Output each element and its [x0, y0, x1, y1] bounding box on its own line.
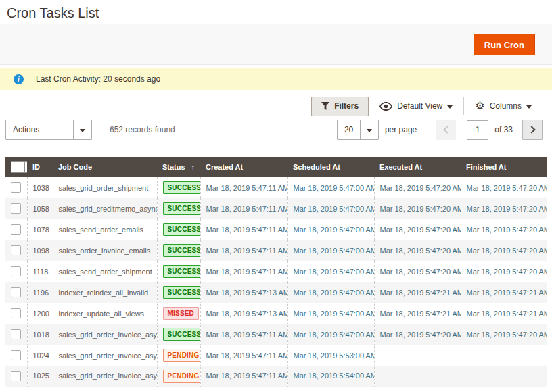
cell-created-at: Mar 18, 2019 5:47:11 AM	[200, 366, 288, 387]
cell-scheduled-at: Mar 18, 2019 5:47:00 AM	[288, 303, 374, 324]
records-count: 652 records found	[110, 125, 175, 134]
cell-scheduled-at: Mar 18, 2019 5:47:00 AM	[288, 261, 374, 282]
cell-job-code: sales_send_order_emails	[53, 219, 157, 240]
cell-status: SUCCESS	[157, 198, 200, 219]
cell-status: SUCCESS	[157, 240, 200, 261]
select-all-caret[interactable]	[24, 162, 27, 172]
row-checkbox-cell	[5, 219, 27, 240]
column-header-finished-at[interactable]: Finished At	[461, 157, 547, 177]
cron-tasks-table: ID Job Code Status ↑ Created At Schedule…	[5, 157, 547, 387]
cell-created-at: Mar 18, 2019 5:47:11 AM	[200, 177, 288, 198]
page-number-input[interactable]	[467, 120, 488, 140]
cell-scheduled-at: Mar 18, 2019 5:47:00 AM	[288, 282, 374, 303]
column-header-id[interactable]: ID	[27, 157, 53, 177]
status-badge: SUCCESS	[163, 202, 201, 215]
per-page-select[interactable]: 20	[337, 120, 379, 140]
cell-status: PENDING	[157, 345, 200, 366]
status-badge: PENDING	[163, 370, 201, 383]
row-checkbox[interactable]	[11, 245, 21, 255]
per-page-label: per page	[385, 125, 417, 134]
status-badge: MISSED	[163, 307, 200, 320]
cell-job-code: indexer_reindex_all_invalid	[53, 282, 157, 303]
chevron-down-icon	[526, 105, 532, 109]
cell-id: 1078	[27, 219, 53, 240]
chevron-down-icon	[80, 129, 85, 132]
cell-job-code: sales_grid_order_invoice_async	[53, 345, 157, 366]
row-checkbox-cell	[5, 303, 27, 324]
default-view-dropdown[interactable]: Default View	[369, 101, 463, 111]
cell-job-code: sales_grid_creditmemo_async	[53, 198, 157, 219]
cell-created-at: Mar 18, 2019 5:47:11 AM	[200, 261, 288, 282]
select-all-checkbox[interactable]	[12, 162, 24, 172]
column-header-executed-at[interactable]: Executed At	[374, 157, 461, 177]
row-checkbox-cell	[5, 282, 27, 303]
cell-executed-at	[374, 366, 461, 387]
cell-finished-at: Mar 18, 2019 5:47:20 AM	[461, 324, 547, 345]
table-header: ID Job Code Status ↑ Created At Schedule…	[5, 157, 547, 177]
row-checkbox[interactable]	[11, 266, 21, 276]
table-row: 1024 sales_grid_order_invoice_async PEND…	[5, 345, 547, 366]
row-checkbox[interactable]	[11, 350, 21, 360]
row-checkbox[interactable]	[11, 287, 21, 297]
table-body: 1038 sales_grid_order_shipment SUCCESS M…	[5, 177, 547, 387]
notice-text: Last Cron Activity: 20 seconds ago	[36, 74, 160, 84]
filters-button[interactable]: Filters	[311, 97, 369, 116]
cell-id: 1196	[27, 282, 53, 303]
per-page-value: 20	[338, 120, 360, 139]
cell-created-at: Mar 18, 2019 5:47:13 AM	[200, 282, 288, 303]
cell-status: SUCCESS	[157, 261, 200, 282]
filters-label: Filters	[334, 101, 359, 111]
table-row: 1098 sales_order_invoice_emails SUCCESS …	[5, 240, 547, 261]
actions-select[interactable]: Actions	[5, 120, 92, 140]
columns-label: Columns	[490, 101, 522, 111]
next-page-button[interactable]	[522, 120, 543, 140]
filter-funnel-icon	[321, 102, 329, 110]
row-checkbox-cell	[5, 366, 27, 387]
table-row: 1025 sales_grid_order_invoice_async PEND…	[5, 366, 547, 387]
row-checkbox[interactable]	[11, 329, 21, 339]
table-row: 1078 sales_send_order_emails SUCCESS Mar…	[5, 219, 547, 240]
table-row: 1200 indexer_update_all_views MISSED Mar…	[5, 303, 547, 324]
column-header-created-at[interactable]: Created At	[200, 157, 288, 177]
cell-executed-at	[374, 345, 461, 366]
gear-icon: ⚙	[475, 101, 484, 112]
chevron-right-icon	[528, 126, 535, 133]
cell-id: 1058	[27, 198, 53, 219]
grid-view-controls: Filters Default View ⚙ Columns	[311, 96, 543, 116]
row-checkbox[interactable]	[11, 224, 21, 235]
row-checkbox[interactable]	[11, 308, 21, 318]
per-page-select-caret[interactable]	[360, 120, 378, 139]
cell-created-at: Mar 18, 2019 5:47:11 AM	[200, 198, 288, 219]
cell-status: MISSED	[157, 303, 200, 324]
cell-id: 1025	[27, 366, 53, 387]
cell-scheduled-at: Mar 18, 2019 5:54:00 AM	[288, 366, 374, 387]
cell-status: SUCCESS	[157, 219, 200, 240]
column-header-scheduled-at[interactable]: Scheduled At	[288, 157, 374, 177]
row-checkbox[interactable]	[11, 203, 21, 214]
cell-id: 1098	[27, 240, 53, 261]
column-header-status[interactable]: Status ↑	[157, 157, 200, 177]
row-checkbox[interactable]	[11, 371, 21, 381]
actions-select-caret[interactable]	[73, 120, 91, 139]
cell-status: SUCCESS	[157, 282, 200, 303]
cell-created-at: Mar 18, 2019 5:47:11 AM	[200, 219, 288, 240]
cell-created-at: Mar 18, 2019 5:47:11 AM	[200, 324, 288, 345]
table-row: 1196 indexer_reindex_all_invalid SUCCESS…	[5, 282, 547, 303]
columns-dropdown[interactable]: ⚙ Columns	[464, 101, 543, 112]
cell-status: SUCCESS	[157, 324, 200, 345]
cell-scheduled-at: Mar 18, 2019 5:47:00 AM	[288, 219, 374, 240]
cell-id: 1118	[27, 261, 53, 282]
grid-actions-row: Actions 652 records found 20 per page of…	[5, 119, 543, 141]
cell-finished-at: Mar 18, 2019 5:47:21 AM	[461, 282, 547, 303]
cell-id: 1024	[27, 345, 53, 366]
cell-finished-at	[461, 345, 547, 366]
column-header-job-code[interactable]: Job Code	[53, 157, 157, 177]
run-cron-button[interactable]: Run Cron	[474, 34, 535, 55]
select-all-control[interactable]	[11, 161, 27, 173]
previous-page-button[interactable]	[436, 120, 456, 140]
table-row: 1018 sales_grid_order_invoice_async SUCC…	[5, 324, 547, 345]
row-checkbox[interactable]	[11, 182, 21, 193]
status-badge: SUCCESS	[163, 181, 201, 194]
cell-id: 1038	[27, 177, 53, 198]
row-checkbox-cell	[5, 198, 27, 219]
